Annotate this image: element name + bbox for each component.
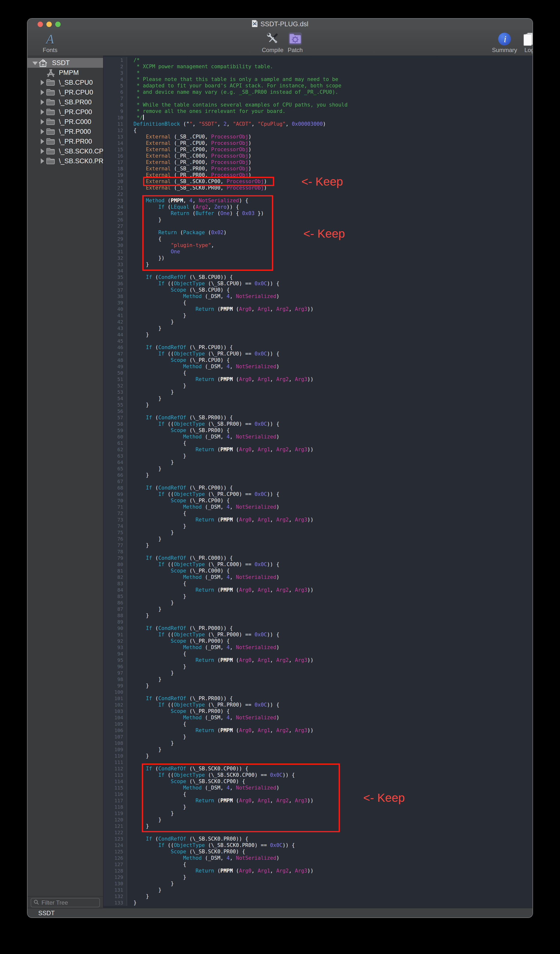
code-line[interactable]: 16 External (_PR_.C000, ProcessorObj): [104, 153, 532, 159]
code-line[interactable]: 62 Return (PMPM (Arg0, Arg1, Arg2, Arg3)…: [104, 446, 532, 453]
sidebar-item[interactable]: PMPM: [28, 68, 103, 78]
code-line[interactable]: 10 */: [104, 114, 532, 121]
code-line[interactable]: 33 }: [104, 261, 532, 268]
disclosure-collapsed-icon[interactable]: [41, 158, 44, 164]
code-line[interactable]: 112 If (CondRefOf (\_SB.SCK0.CP00)) {: [104, 765, 532, 772]
code-line[interactable]: 98 }: [104, 676, 532, 683]
code-line[interactable]: 13 External (_SB_.CPU0, ProcessorObj): [104, 134, 532, 140]
code-line[interactable]: 12{: [104, 127, 532, 134]
disclosure-collapsed-icon[interactable]: [41, 148, 44, 154]
code-line[interactable]: 30 "plugin-type",: [104, 242, 532, 248]
print-button[interactable]: Print: [532, 31, 532, 53]
code-line[interactable]: 36 If ((ObjectType (\_SB.CPU0) == 0x0C))…: [104, 281, 532, 287]
code-line[interactable]: 42 }: [104, 319, 532, 325]
sidebar-item-ssdt-root[interactable]: SSDT: [28, 58, 103, 68]
code-line[interactable]: 47 If ((ObjectType (\_PR.CPU0) == 0x0C))…: [104, 351, 532, 357]
code-line[interactable]: 109 }: [104, 746, 532, 753]
sidebar-item[interactable]: \_PR.CPU0: [28, 87, 103, 97]
code-line[interactable]: 22: [104, 191, 532, 197]
code-line[interactable]: 101 If (CondRefOf (\_PR.PR00)) {: [104, 695, 532, 701]
code-line[interactable]: 72 {: [104, 510, 532, 516]
code-line[interactable]: 130 }: [104, 880, 532, 887]
code-line[interactable]: 129 }: [104, 874, 532, 880]
code-line[interactable]: 131 }: [104, 887, 532, 893]
code-line[interactable]: 50 {: [104, 370, 532, 376]
code-line[interactable]: 127 {: [104, 861, 532, 868]
code-line[interactable]: 125 Scope (\_SB.SCK0.PR00) {: [104, 848, 532, 855]
code-line[interactable]: 87 }: [104, 606, 532, 612]
log-button[interactable]: Log: [512, 31, 532, 53]
code-line[interactable]: 61 {: [104, 440, 532, 446]
code-line[interactable]: 93 Method (_DSM, 4, NotSerialized): [104, 644, 532, 650]
code-line[interactable]: 97 }: [104, 670, 532, 676]
code-line[interactable]: 23 Method (PMPM, 4, NotSerialized) {: [104, 197, 532, 204]
code-line[interactable]: 123 If (CondRefOf (\_SB.SCK0.PR00)) {: [104, 836, 532, 842]
code-line[interactable]: 92 Scope (\_PR.P000) {: [104, 638, 532, 644]
code-line[interactable]: 78: [104, 549, 532, 555]
code-line[interactable]: 122: [104, 829, 532, 836]
code-line[interactable]: 73 Return (PMPM (Arg0, Arg1, Arg2, Arg3)…: [104, 516, 532, 523]
code-line[interactable]: 107 }: [104, 734, 532, 740]
filter-tree-field[interactable]: [31, 898, 100, 907]
code-line[interactable]: 21 External (_SB_.SCK0.PR00, ProcessorOb…: [104, 185, 532, 191]
code-line[interactable]: 88 }: [104, 612, 532, 619]
code-line[interactable]: 5 * adapted to fit your board's ACPI sta…: [104, 83, 532, 89]
code-line[interactable]: 20 External (_SB_.SCK0.CP00, ProcessorOb…: [104, 178, 532, 185]
code-line[interactable]: 100: [104, 689, 532, 695]
disclosure-collapsed-icon[interactable]: [41, 129, 44, 134]
code-line[interactable]: 11DefinitionBlock ("", "SSDT", 2, "ACDT"…: [104, 121, 532, 127]
code-line[interactable]: 90 If (CondRefOf (\_PR.P000)) {: [104, 625, 532, 631]
code-line[interactable]: 121 }: [104, 823, 532, 829]
sidebar-item[interactable]: \_SB.PR00: [28, 97, 103, 107]
code-line[interactable]: 64 }: [104, 459, 532, 466]
code-line[interactable]: 26 }: [104, 217, 532, 223]
sidebar-item[interactable]: \_PR.P000: [28, 127, 103, 137]
disclosure-expanded-icon[interactable]: [33, 62, 38, 65]
code-line[interactable]: 76 }: [104, 536, 532, 542]
code-line[interactable]: 53 }: [104, 389, 532, 395]
disclosure-collapsed-icon[interactable]: [41, 80, 44, 85]
code-line[interactable]: 94 {: [104, 650, 532, 657]
code-line[interactable]: 95 Return (PMPM (Arg0, Arg1, Arg2, Arg3)…: [104, 657, 532, 663]
code-line[interactable]: 39 {: [104, 299, 532, 306]
code-line[interactable]: 49 Method (_DSM, 4, NotSerialized): [104, 363, 532, 370]
code-line[interactable]: 51 Return (PMPM (Arg0, Arg1, Arg2, Arg3)…: [104, 376, 532, 382]
code-line[interactable]: 105 {: [104, 721, 532, 727]
code-line[interactable]: 79 If (CondRefOf (\_PR.C000)) {: [104, 555, 532, 561]
code-editor[interactable]: 1/*2 * XCPM power management compatibili…: [104, 56, 532, 908]
code-line[interactable]: 2 * XCPM power management compatibility …: [104, 63, 532, 70]
code-line[interactable]: 25 Return (Buffer (One) { 0x03 }): [104, 210, 532, 217]
code-line[interactable]: 40 Return (PMPM (Arg0, Arg1, Arg2, Arg3)…: [104, 306, 532, 312]
code-line[interactable]: 18 External (_SB_.PR00, ProcessorObj): [104, 165, 532, 172]
code-line[interactable]: 117 Return (PMPM (Arg0, Arg1, Arg2, Arg3…: [104, 797, 532, 804]
code-line[interactable]: 85 }: [104, 593, 532, 600]
code-line[interactable]: 9 * remove all the ones irrelevant for y…: [104, 108, 532, 114]
sidebar-item[interactable]: \_SB.SCK0.CP…: [28, 146, 103, 156]
code-line[interactable]: 91 If ((ObjectType (\_PR.P000) == 0x0C))…: [104, 631, 532, 638]
code-line[interactable]: 132 }: [104, 893, 532, 899]
code-line[interactable]: 80 If ((ObjectType (\_PR.C000) == 0x0C))…: [104, 561, 532, 567]
code-line[interactable]: 86 }: [104, 600, 532, 606]
code-line[interactable]: 63 }: [104, 453, 532, 459]
code-line[interactable]: 83 {: [104, 580, 532, 587]
code-line[interactable]: 59 Scope (\_SB.PR00) {: [104, 427, 532, 433]
code-line[interactable]: 41 }: [104, 312, 532, 319]
code-line[interactable]: 82 Method (_DSM, 4, NotSerialized): [104, 574, 532, 580]
code-line[interactable]: 115 Method (_DSM, 4, NotSerialized): [104, 785, 532, 791]
code-line[interactable]: 106 Return (PMPM (Arg0, Arg1, Arg2, Arg3…: [104, 727, 532, 734]
code-line[interactable]: 96 }: [104, 663, 532, 670]
code-line[interactable]: 34: [104, 268, 532, 274]
code-line[interactable]: 69 If ((ObjectType (\_PR.CP00) == 0x0C))…: [104, 491, 532, 497]
code-line[interactable]: 14 External (_PR_.CPU0, ProcessorObj): [104, 140, 532, 146]
code-line[interactable]: 52 }: [104, 382, 532, 389]
code-line[interactable]: 7 *: [104, 95, 532, 101]
disclosure-collapsed-icon[interactable]: [41, 100, 44, 105]
disclosure-collapsed-icon[interactable]: [41, 119, 44, 125]
code-line[interactable]: 17 External (_PR_.P000, ProcessorObj): [104, 159, 532, 165]
code-line[interactable]: 71 Method (_DSM, 4, NotSerialized): [104, 504, 532, 510]
code-line[interactable]: 75 }: [104, 529, 532, 536]
title-bar[interactable]: SSDT-PLUG.dsl: [28, 19, 532, 30]
code-line[interactable]: 8 * While the table contains several exa…: [104, 101, 532, 108]
code-line[interactable]: 44 }: [104, 331, 532, 338]
code-line[interactable]: 111: [104, 759, 532, 765]
